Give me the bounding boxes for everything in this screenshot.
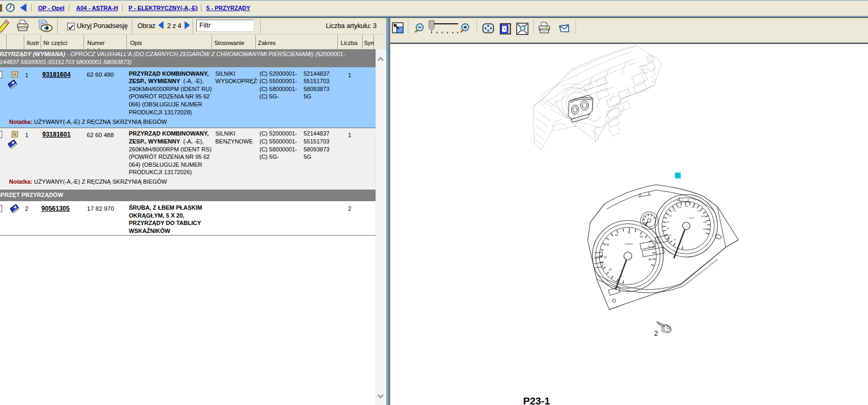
svg-text:0: 0 bbox=[620, 275, 622, 278]
svg-text:240: 240 bbox=[703, 221, 707, 223]
svg-text:50: 50 bbox=[628, 231, 631, 234]
svg-text:200: 200 bbox=[697, 210, 700, 212]
svg-text:140: 140 bbox=[678, 206, 682, 209]
svg-text:60: 60 bbox=[640, 235, 643, 238]
svg-text:km/h: km/h bbox=[689, 217, 695, 219]
svg-text:40: 40 bbox=[615, 233, 618, 237]
svg-text:40: 40 bbox=[669, 233, 672, 236]
svg-text:260: 260 bbox=[703, 228, 707, 230]
svg-text:180: 180 bbox=[691, 206, 695, 209]
svg-text:20: 20 bbox=[604, 256, 607, 259]
svg-text:120: 120 bbox=[672, 209, 676, 212]
svg-text:160: 160 bbox=[684, 205, 688, 208]
svg-text:100: 100 bbox=[668, 214, 672, 217]
svg-text:0: 0 bbox=[680, 241, 681, 244]
svg-text:30: 30 bbox=[606, 243, 609, 246]
svg-text:70: 70 bbox=[647, 245, 651, 248]
svg-text:10: 10 bbox=[609, 268, 612, 271]
svg-text:20: 20 bbox=[673, 238, 676, 241]
svg-text:60: 60 bbox=[666, 227, 669, 230]
svg-text:220: 220 bbox=[701, 215, 705, 218]
svg-text:x100min: x100min bbox=[625, 242, 633, 245]
svg-text:80: 80 bbox=[648, 258, 652, 261]
svg-text:80: 80 bbox=[666, 221, 669, 223]
